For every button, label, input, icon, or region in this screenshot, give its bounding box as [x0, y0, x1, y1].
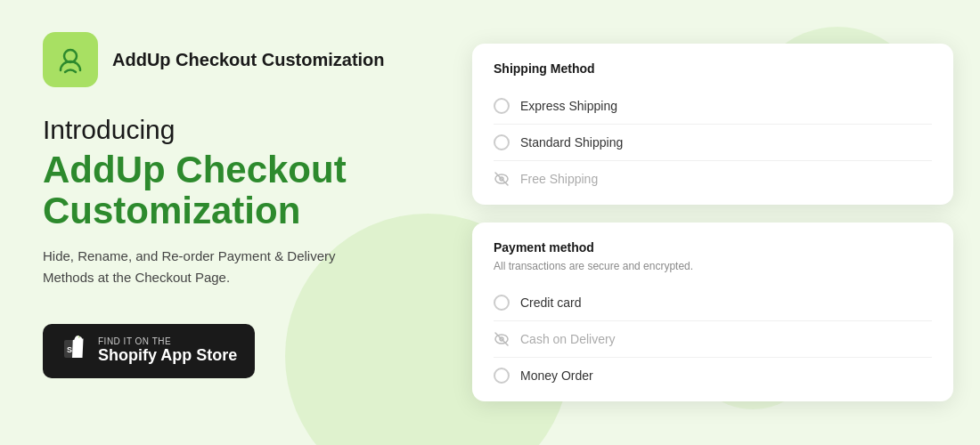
- shipping-card: Shipping Method Express Shipping Standar…: [472, 44, 953, 205]
- list-item: Credit card: [494, 285, 932, 321]
- shopify-badge-button[interactable]: S FIND IT ON THE Shopify App Store: [43, 324, 255, 378]
- option-label-muted: Cash on Delivery: [520, 332, 616, 346]
- radio-icon[interactable]: [494, 134, 510, 150]
- option-label: Standard Shipping: [520, 135, 623, 150]
- page-layout: AddUp Checkout Customization Introducing…: [0, 0, 980, 445]
- payment-card-title: Payment method: [494, 240, 932, 255]
- intro-label: Introducing: [43, 114, 421, 146]
- shipping-card-title: Shipping Method: [494, 61, 932, 76]
- radio-icon[interactable]: [494, 368, 510, 384]
- svg-text:S: S: [67, 345, 72, 354]
- option-label: Money Order: [520, 368, 593, 383]
- payment-card: Payment method All transactions are secu…: [472, 222, 953, 401]
- option-label-muted: Free Shipping: [520, 172, 598, 186]
- app-title: AddUp Checkout Customization: [112, 50, 385, 70]
- intro-section: Introducing AddUp Checkout Customization…: [43, 114, 421, 288]
- right-panel: Shipping Method Express Shipping Standar…: [463, 0, 980, 445]
- hidden-icon: [494, 171, 510, 187]
- radio-icon[interactable]: [494, 98, 510, 114]
- intro-brand-line1: AddUp Checkout Customization: [43, 150, 421, 231]
- option-label: Credit card: [520, 295, 581, 310]
- payment-card-subtitle: All transactions are secure and encrypte…: [494, 260, 932, 272]
- app-header: AddUp Checkout Customization: [43, 32, 421, 87]
- left-panel: AddUp Checkout Customization Introducing…: [0, 0, 463, 445]
- list-item: Standard Shipping: [494, 125, 932, 161]
- list-item: Express Shipping: [494, 88, 932, 125]
- option-label: Express Shipping: [520, 99, 617, 113]
- hidden-icon: [494, 331, 510, 347]
- list-item: Free Shipping: [494, 161, 932, 187]
- shopify-icon: S: [61, 333, 87, 369]
- list-item: Cash on Delivery: [494, 321, 932, 358]
- intro-description: Hide, Rename, and Re-order Payment & Del…: [43, 246, 363, 288]
- list-item: Money Order: [494, 358, 932, 384]
- radio-icon[interactable]: [494, 295, 510, 311]
- logo-icon: [43, 32, 98, 87]
- shopify-badge-text: FIND IT ON THE Shopify App Store: [98, 337, 237, 366]
